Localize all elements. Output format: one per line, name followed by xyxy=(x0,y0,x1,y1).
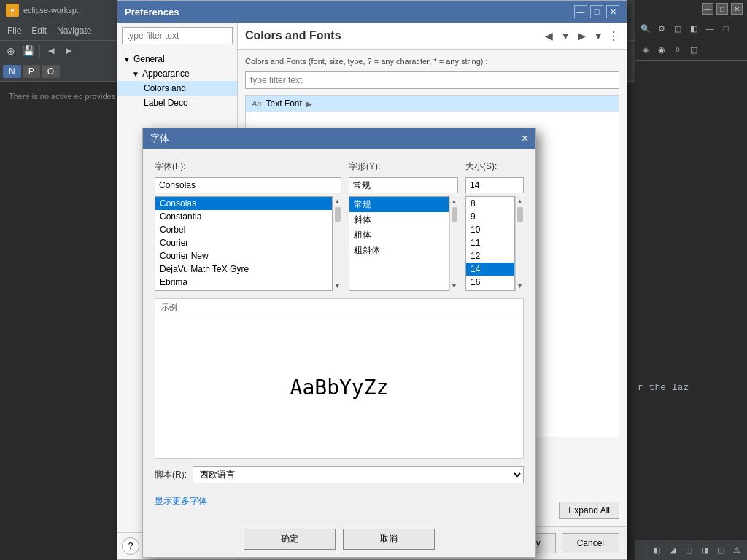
tool1[interactable]: ◫ xyxy=(670,21,685,36)
second-window-toolbar2: ◈ ◉ ◊ ◫ xyxy=(635,39,747,61)
expand-all-button[interactable]: Expand All xyxy=(559,502,619,519)
font-family-corbel[interactable]: Corbel xyxy=(155,223,332,236)
size-11[interactable]: 11 xyxy=(466,236,514,249)
menu-file[interactable]: File xyxy=(3,24,26,37)
more-options-button[interactable]: ⋮ xyxy=(608,28,619,43)
style-scroll-down[interactable]: ▼ xyxy=(451,281,457,291)
restore-dialog-button[interactable]: □ xyxy=(590,5,603,18)
tree-item-general[interactable]: ▼ General xyxy=(117,52,237,66)
menu-edit[interactable]: Edit xyxy=(27,24,51,37)
nav-dropdown-button[interactable]: ▼ xyxy=(557,28,573,43)
size-12[interactable]: 12 xyxy=(466,249,514,262)
nav-dropdown2-button[interactable]: ▼ xyxy=(590,28,606,43)
show-more-container: 显示更多字体 xyxy=(155,491,524,509)
tree-item-appearance[interactable]: ▼ Appearance xyxy=(117,66,237,81)
size-16[interactable]: 16 xyxy=(466,276,514,289)
scroll-down-arrow[interactable]: ▼ xyxy=(334,281,341,291)
close-dialog-button[interactable]: ✕ xyxy=(606,5,619,18)
scroll-thumb xyxy=(335,207,341,222)
font-family-constantia[interactable]: Constantia xyxy=(155,210,332,223)
scroll-up-arrow[interactable]: ▲ xyxy=(334,196,341,206)
font-family-listbox[interactable]: Consolas Constantia Corbel Courier Couri… xyxy=(155,196,333,291)
preview-text: r the laz xyxy=(635,379,747,396)
help-button[interactable]: ? xyxy=(122,537,139,555)
size-9[interactable]: 9 xyxy=(466,210,514,223)
font-family-ebrima[interactable]: Ebrima xyxy=(155,276,332,289)
style-bold[interactable]: 粗体 xyxy=(349,228,449,243)
font-style-input[interactable] xyxy=(349,177,458,193)
save-button[interactable]: 💾 xyxy=(20,43,36,59)
nav-forward-button[interactable]: ▶ xyxy=(575,28,589,43)
size-scroll-thumb xyxy=(517,207,523,222)
menu-navigate[interactable]: Navigate xyxy=(53,24,96,37)
font-style-listbox[interactable]: 常规 斜体 粗体 粗斜体 xyxy=(349,196,449,291)
maximize-button[interactable]: □ xyxy=(716,3,728,15)
font-family-consolas[interactable]: Consolas xyxy=(155,197,332,210)
minimize-dialog-button[interactable]: — xyxy=(574,5,587,18)
style-bold-italic[interactable]: 粗斜体 xyxy=(349,243,449,258)
bottom-tool2[interactable]: ◪ xyxy=(665,543,680,558)
font-dialog-close-button[interactable]: × xyxy=(522,132,528,145)
style-scroll-thumb xyxy=(452,207,457,222)
font-family-courier[interactable]: Courier xyxy=(155,236,332,249)
titlebar-buttons: — □ ✕ xyxy=(574,5,619,18)
font-family-column: 字体(F): Consolas Constantia Corbel Courie… xyxy=(155,160,341,291)
style-italic[interactable]: 斜体 xyxy=(349,212,449,228)
font-size-listbox[interactable]: 8 9 10 11 12 14 16 xyxy=(465,196,515,291)
style-scroll-up[interactable]: ▲ xyxy=(451,196,457,206)
script-label: 脚本(R): xyxy=(155,469,187,481)
font-family-dejavu[interactable]: DejaVu Math TeX Gyre xyxy=(155,262,332,276)
bottom-tool4[interactable]: ◨ xyxy=(697,543,712,558)
bottom-tool3[interactable]: ◫ xyxy=(681,543,696,558)
close-button[interactable]: ✕ xyxy=(731,3,743,15)
size-scroll-down[interactable]: ▼ xyxy=(516,281,523,291)
perspective-p[interactable]: P xyxy=(23,65,40,78)
maximize2-button[interactable]: □ xyxy=(719,21,733,36)
tree-item-colors-fonts[interactable]: Colors and xyxy=(117,81,237,96)
font-ok-button[interactable]: 确定 xyxy=(244,529,336,550)
font-dialog-bottom: 确定 取消 xyxy=(143,521,535,557)
app-title: eclipse-worksp... xyxy=(23,6,83,15)
bottom-tool5[interactable]: ◫ xyxy=(713,543,728,558)
preferences-filter-input[interactable] xyxy=(122,27,233,44)
perspective-n[interactable]: N xyxy=(3,65,21,78)
bottom-tool1[interactable]: ◧ xyxy=(649,543,664,558)
font-expand-arrow: ▶ xyxy=(306,100,312,108)
font-size-scrollbar: ▲ ▼ xyxy=(515,196,524,291)
tool6[interactable]: ◫ xyxy=(686,42,701,57)
forward-button[interactable]: ▶ xyxy=(61,43,77,59)
size-10[interactable]: 10 xyxy=(466,223,514,236)
perspective-o[interactable]: O xyxy=(42,65,60,78)
minimize2-button[interactable]: — xyxy=(703,21,717,36)
font-family-courier-new[interactable]: Courier New xyxy=(155,249,332,262)
new-button[interactable]: ⊕ xyxy=(3,43,19,59)
tree-item-label-deco[interactable]: Label Deco xyxy=(117,96,237,110)
text-font-item[interactable]: Aa Text Font ▶ xyxy=(246,96,619,112)
size-8[interactable]: 8 xyxy=(466,197,514,210)
status-icon[interactable]: ⚠ xyxy=(729,543,744,558)
settings-icon[interactable]: ⚙ xyxy=(654,21,669,36)
tool3[interactable]: ◈ xyxy=(638,42,653,57)
show-more-link[interactable]: 显示更多字体 xyxy=(155,494,207,509)
size-scroll-up[interactable]: ▲ xyxy=(516,196,523,206)
font-family-input[interactable] xyxy=(155,177,341,193)
colors-fonts-filter[interactable] xyxy=(245,71,619,89)
nav-back-button[interactable]: ◀ xyxy=(542,28,556,43)
font-cancel-button[interactable]: 取消 xyxy=(343,529,435,550)
tree-item-label-label: Label Deco xyxy=(144,98,188,108)
tool2[interactable]: ◧ xyxy=(686,21,701,36)
tree-item-appearance-label: Appearance xyxy=(142,69,190,79)
back-button[interactable]: ◀ xyxy=(43,43,59,59)
search-icon[interactable]: 🔍 xyxy=(638,21,653,36)
preview-label: 示例 xyxy=(155,299,523,316)
tool4[interactable]: ◉ xyxy=(654,42,669,57)
minimize-button[interactable]: — xyxy=(702,3,713,15)
font-size-input[interactable] xyxy=(465,177,524,193)
cancel-bottom-button[interactable]: Cancel xyxy=(562,533,619,553)
script-select[interactable]: 西欧语言 xyxy=(193,466,524,483)
second-window-toolbar: 🔍 ⚙ ◫ ◧ — □ xyxy=(635,18,747,39)
size-14[interactable]: 14 xyxy=(466,262,514,276)
font-columns: 字体(F): Consolas Constantia Corbel Courie… xyxy=(155,160,524,291)
style-regular[interactable]: 常规 xyxy=(349,197,449,212)
tool5[interactable]: ◊ xyxy=(670,42,685,57)
